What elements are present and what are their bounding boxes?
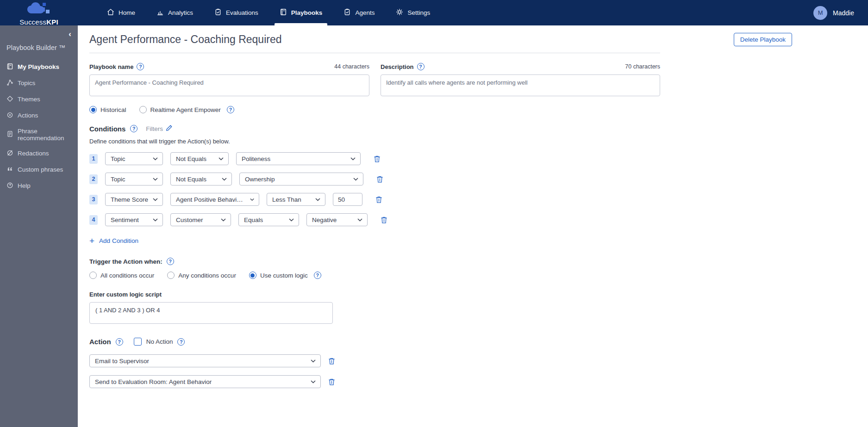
radio-label: All conditions occur <box>100 272 154 279</box>
sidebar-item-redactions[interactable]: Redactions <box>0 145 78 161</box>
select-value: Topic <box>111 176 125 183</box>
radio-button[interactable] <box>89 272 97 279</box>
chevron-down-icon <box>153 218 158 222</box>
delete-condition-button[interactable] <box>375 196 382 204</box>
nav-item-agents[interactable]: Agents <box>333 0 385 25</box>
sidebar-item-my-playbooks[interactable]: My Playbooks <box>0 59 78 75</box>
select-value: Theme Score <box>111 196 148 203</box>
chevron-down-icon <box>289 218 294 222</box>
condition-2-operator-select[interactable]: Not Equals <box>170 173 232 186</box>
collapse-sidebar-icon[interactable]: ‹ <box>69 30 71 38</box>
radio-label: Realtime Agent Empower <box>150 106 221 113</box>
sidebar-item-label: Help <box>18 182 31 189</box>
no-action-checkbox[interactable] <box>134 338 142 346</box>
avatar[interactable]: M <box>813 6 827 20</box>
select-value: Less Than <box>272 196 301 203</box>
nav-item-analytics[interactable]: Analytics <box>146 0 204 25</box>
filters-link[interactable]: Filters <box>146 124 173 133</box>
sidebar-item-phrase-recommendation[interactable]: Phrase recommendation <box>0 124 78 145</box>
brand-name: SuccessKPI <box>19 18 58 26</box>
radio-button[interactable] <box>89 106 97 113</box>
brand-logo[interactable]: SuccessKPI <box>0 0 78 25</box>
condition-3-value-input[interactable] <box>333 193 362 206</box>
condition-1-operator-select[interactable]: Not Equals <box>170 152 229 165</box>
delete-condition-button[interactable] <box>376 175 383 183</box>
condition-1-value-select[interactable]: Politeness <box>236 152 361 165</box>
scatter-icon <box>6 79 13 87</box>
delete-action-button[interactable] <box>328 357 335 365</box>
chevron-down-icon <box>315 198 320 201</box>
help-icon[interactable]: ? <box>167 258 174 265</box>
help-icon[interactable]: ? <box>130 125 137 132</box>
nav-item-home[interactable]: Home <box>96 0 146 25</box>
condition-4-value-select[interactable]: Negative <box>306 213 368 226</box>
radio-realtime-agent-empower[interactable]: Realtime Agent Empower ? <box>139 106 234 113</box>
radio-all-conditions[interactable]: All conditions occur <box>89 272 154 279</box>
action-2-select[interactable]: Send to Evaluation Room: Agent Behavior <box>89 375 321 388</box>
conditions-subtitle: Define conditions that will trigger the … <box>89 138 857 145</box>
condition-4-operator-select[interactable]: Equals <box>238 213 299 226</box>
condition-4-speaker-select[interactable]: Customer <box>170 213 231 226</box>
radio-historical[interactable]: Historical <box>89 106 126 113</box>
condition-3-operator-select[interactable]: Less Than <box>267 193 325 206</box>
slashed-circle-icon <box>6 149 13 158</box>
select-value: Equals <box>244 217 263 223</box>
condition-3-type-select[interactable]: Theme Score <box>105 193 163 206</box>
condition-2-value-select[interactable]: Ownership <box>239 173 363 186</box>
condition-2-type-select[interactable]: Topic <box>105 173 163 186</box>
chevron-down-icon <box>311 359 316 363</box>
radio-button[interactable] <box>249 272 256 279</box>
help-icon[interactable]: ? <box>177 338 185 346</box>
add-condition-label: Add Condition <box>99 237 138 244</box>
sidebar-item-label: Themes <box>18 96 40 103</box>
help-icon[interactable]: ? <box>227 106 234 113</box>
condition-row-1: 1 Topic Not Equals Politeness <box>89 152 857 165</box>
delete-playbook-button[interactable]: Delete Playbook <box>734 33 792 46</box>
nav-item-playbooks[interactable]: Playbooks <box>269 0 333 25</box>
sidebar-item-custom-phrases[interactable]: Custom phrases <box>0 161 78 178</box>
custom-logic-input[interactable]: ( 1 AND 2 AND 3 ) OR 4 <box>89 302 333 324</box>
select-value: Not Equals <box>176 176 206 183</box>
chevron-down-icon <box>250 198 254 201</box>
help-icon[interactable]: ? <box>137 63 144 70</box>
action-1-select[interactable]: Email to Supervisor <box>89 354 321 367</box>
select-value: Agent Positive Behavior The... <box>176 196 246 203</box>
divider <box>89 53 660 53</box>
select-value: Sentiment <box>111 217 139 223</box>
select-value: Customer <box>176 217 203 223</box>
description-input[interactable]: Identify all calls where agents are not … <box>381 74 660 96</box>
delete-condition-button[interactable] <box>381 216 387 224</box>
help-icon[interactable]: ? <box>314 272 321 279</box>
user-menu[interactable]: M Maddie <box>813 6 854 20</box>
help-icon[interactable]: ? <box>116 338 123 346</box>
book-icon <box>6 63 13 71</box>
sidebar-item-topics[interactable]: Topics <box>0 75 78 91</box>
playbook-icon <box>280 8 287 17</box>
radio-button[interactable] <box>167 272 175 279</box>
condition-3-theme-select[interactable]: Agent Positive Behavior The... <box>170 193 259 206</box>
select-value: Politeness <box>242 155 270 162</box>
sidebar-item-help[interactable]: Help <box>0 178 78 194</box>
delete-condition-button[interactable] <box>374 155 381 163</box>
nav-item-settings[interactable]: Settings <box>385 0 441 25</box>
radio-button[interactable] <box>139 106 147 113</box>
condition-1-type-select[interactable]: Topic <box>105 152 163 165</box>
sidebar-item-label: Phrase recommendation <box>18 128 71 142</box>
sidebar-item-actions[interactable]: Actions <box>0 107 78 124</box>
cloud-logo-icon <box>24 1 54 18</box>
sidebar-item-themes[interactable]: Themes <box>0 91 78 107</box>
nav-item-evaluations[interactable]: Evaluations <box>204 0 269 25</box>
quotes-icon <box>6 166 13 174</box>
radio-use-custom-logic[interactable]: Use custom logic ? <box>249 272 321 279</box>
chevron-down-icon <box>153 157 158 161</box>
add-condition-button[interactable]: + Add Condition <box>89 236 138 245</box>
radio-any-conditions[interactable]: Any conditions occur <box>167 272 236 279</box>
gear-icon <box>396 8 403 17</box>
target-icon <box>6 111 13 120</box>
playbook-name-input[interactable]: Agent Performance - Coaching Required <box>89 74 369 96</box>
help-icon[interactable]: ? <box>417 63 425 70</box>
main-content: Agent Performance - Coaching Required De… <box>78 25 868 427</box>
clipboard-check-icon <box>343 8 351 17</box>
condition-4-type-select[interactable]: Sentiment <box>105 213 163 226</box>
delete-action-button[interactable] <box>328 378 335 386</box>
